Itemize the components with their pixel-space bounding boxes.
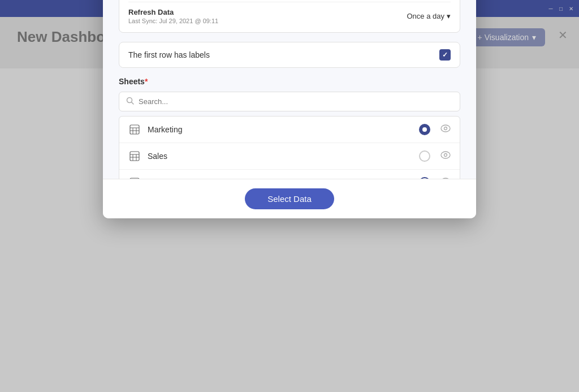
modal-body: ← Set up your Spreadsheet ↺ Select the d…: [103, 0, 476, 179]
svg-point-14: [444, 127, 447, 130]
sheet-select-radio[interactable]: [419, 150, 430, 162]
refresh-row: Refresh Data Last Sync: Jul 29, 2021 @ 0…: [128, 2, 451, 24]
titlebar-close-btn[interactable]: ✕: [568, 5, 574, 12]
svg-point-13: [441, 125, 450, 132]
frequency-label: Once a day: [407, 12, 445, 20]
eye-icon[interactable]: [440, 124, 451, 135]
modal: New Visualization ? ✕ ← Set up your Spre…: [103, 0, 476, 218]
eye-icon[interactable]: [440, 151, 451, 161]
sheet-select-radio[interactable]: [419, 124, 430, 135]
sheet-table-icon: [128, 150, 141, 162]
search-input[interactable]: [139, 97, 453, 106]
sheets-list: Marketing: [119, 116, 460, 179]
sheets-label: Sheets*: [119, 77, 460, 86]
refresh-label: Refresh Data: [128, 8, 218, 16]
freq-chevron-icon: ▾: [447, 12, 451, 20]
maximize-btn[interactable]: □: [558, 5, 564, 12]
modal-overlay: New Visualization ? ✕ ← Set up your Spre…: [0, 17, 579, 68]
select-data-button[interactable]: Select Data: [245, 188, 334, 209]
first-row-row: The first row has labels: [119, 42, 460, 68]
sheet-name: Sales: [148, 152, 412, 161]
refresh-frequency-dropdown[interactable]: Once a day ▾: [407, 12, 451, 20]
last-sync: Last Sync: Jul 29, 2021 @ 09:11: [128, 18, 218, 24]
app-area: New Dashboard ✎ + Visualization ▾ ✕ New …: [0, 17, 579, 68]
first-row-checkbox[interactable]: [439, 49, 451, 61]
svg-line-7: [132, 102, 134, 104]
modal-footer: Select Data: [103, 179, 476, 218]
file-card: X Samples.xlsx ☁ Marissa Baumeister: [119, 0, 460, 33]
sheet-table-icon: [128, 123, 141, 136]
list-item: Sales: [119, 143, 460, 170]
search-box: [119, 92, 460, 111]
list-item: Healthcare: [119, 170, 460, 179]
svg-rect-8: [130, 125, 139, 134]
first-row-label: The first row has labels: [128, 50, 210, 59]
minimize-btn[interactable]: ─: [547, 5, 554, 12]
list-item: Marketing: [119, 117, 460, 143]
refresh-info: Refresh Data Last Sync: Jul 29, 2021 @ 0…: [128, 8, 218, 24]
svg-rect-15: [130, 152, 139, 161]
svg-point-20: [441, 152, 450, 158]
required-indicator: *: [145, 77, 148, 86]
sheet-name: Marketing: [148, 125, 412, 134]
svg-point-21: [444, 153, 447, 156]
search-icon: [126, 97, 134, 106]
